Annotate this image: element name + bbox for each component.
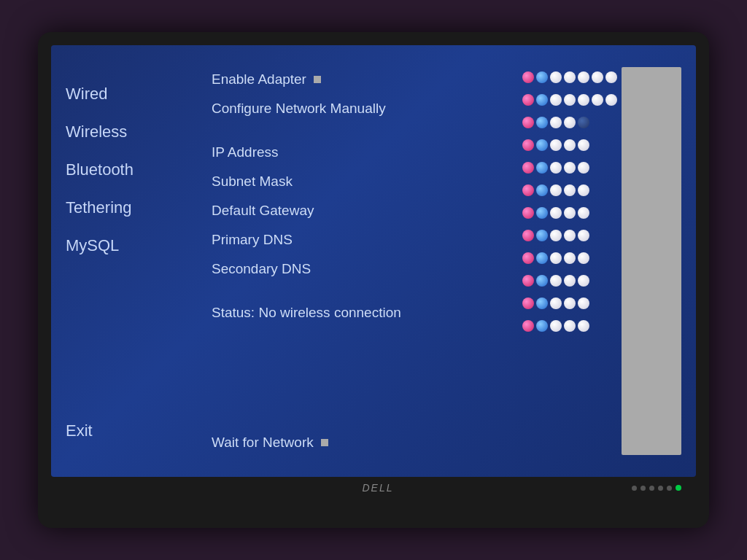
dot-row-11 [522,293,617,314]
dot [578,252,589,264]
nav-items: Wired Wireless Bluetooth Tethering MySQL [66,82,197,258]
dot [550,275,562,287]
dot [578,117,589,128]
dot [592,71,603,83]
dot [536,94,548,106]
monitor-button[interactable] [667,486,672,491]
dot [564,207,576,219]
primary-dns-label: Primary DNS [212,232,293,248]
dot [522,275,534,287]
dot [536,162,548,174]
default-gateway-row[interactable]: Default Gateway [212,198,506,223]
sidebar-item-wireless[interactable]: Wireless [66,120,197,144]
default-gateway-label: Default Gateway [212,203,314,219]
monitor-button[interactable] [640,486,646,491]
dot-row-10 [522,271,617,291]
dot [550,117,562,128]
dot [578,71,589,83]
dot [564,184,576,196]
dot [550,252,562,264]
dot [578,139,589,151]
dot [564,320,576,332]
dot [522,298,534,309]
dot [564,71,576,83]
dot [564,298,576,309]
wait-for-network-row[interactable]: Wait for Network [212,430,506,455]
wait-for-network-checkbox[interactable] [321,439,328,446]
dot [522,252,534,264]
right-panel [521,67,681,455]
monitor-button[interactable] [649,486,654,491]
center-content: Enable Adapter Configure Network Manuall… [197,67,521,455]
dot [536,184,548,196]
dot-row-5 [522,158,617,178]
dot-row-2 [522,90,617,110]
dot-row-12 [522,316,617,336]
dot [536,320,548,332]
dot [578,320,589,332]
dot [536,230,548,241]
dot [522,117,534,128]
gray-display-box [622,67,681,455]
enable-adapter-label: Enable Adapter [212,71,306,88]
dot [550,298,562,309]
exit-button[interactable]: Exit [66,421,197,440]
dot [564,252,576,264]
dot [578,207,589,219]
dot [564,94,576,106]
dot-row-3 [522,112,617,133]
dot [578,94,589,106]
monitor: Wired Wireless Bluetooth Tethering MySQL… [38,32,709,528]
dot-row-4 [522,135,617,155]
sidebar-item-wired[interactable]: Wired [66,82,197,106]
dot [550,94,562,106]
wait-for-network-label: Wait for Network [212,435,314,451]
enable-adapter-row[interactable]: Enable Adapter [212,67,506,92]
sidebar-item-tethering[interactable]: Tethering [66,195,197,220]
dot [578,184,589,196]
dot [522,184,534,196]
left-nav: Wired Wireless Bluetooth Tethering MySQL… [66,67,197,455]
ip-address-row[interactable]: IP Address [212,140,506,165]
dot [536,71,548,83]
dot [578,162,589,174]
brand-label: DELL [362,482,393,494]
dot-row-7 [522,203,617,223]
secondary-dns-row[interactable]: Secondary DNS [212,257,506,281]
secondary-dns-label: Secondary DNS [212,261,311,277]
primary-dns-row[interactable]: Primary DNS [212,228,506,252]
dot [564,230,576,241]
dot [564,117,576,128]
monitor-button[interactable] [632,486,637,491]
dot [536,252,548,264]
dot-row-9 [522,248,617,268]
dot [522,320,534,332]
dot [536,275,548,287]
dot [592,94,603,106]
dot [605,94,617,106]
dot [522,71,534,83]
dot [564,139,576,151]
status-label: Status: No wireless connection [212,305,401,321]
dot [550,184,562,196]
dot [550,230,562,241]
ip-address-label: IP Address [212,144,279,160]
sidebar-item-bluetooth[interactable]: Bluetooth [66,158,197,182]
dot [550,162,562,174]
subnet-mask-row[interactable]: Subnet Mask [212,169,506,194]
dot [550,320,562,332]
sidebar-item-mysql[interactable]: MySQL [66,233,197,258]
configure-network-row[interactable]: Configure Network Manually [212,96,506,121]
dot [522,207,534,219]
enable-adapter-checkbox[interactable] [314,76,321,83]
dot [550,71,562,83]
dot [522,139,534,151]
status-row: Status: No wireless connection [212,300,506,325]
dot [605,71,617,83]
power-indicator [676,485,681,491]
monitor-button[interactable] [658,486,663,491]
dot [522,94,534,106]
configure-network-label: Configure Network Manually [212,101,386,117]
dot [536,207,548,219]
monitor-bottom: DELL [51,477,696,499]
